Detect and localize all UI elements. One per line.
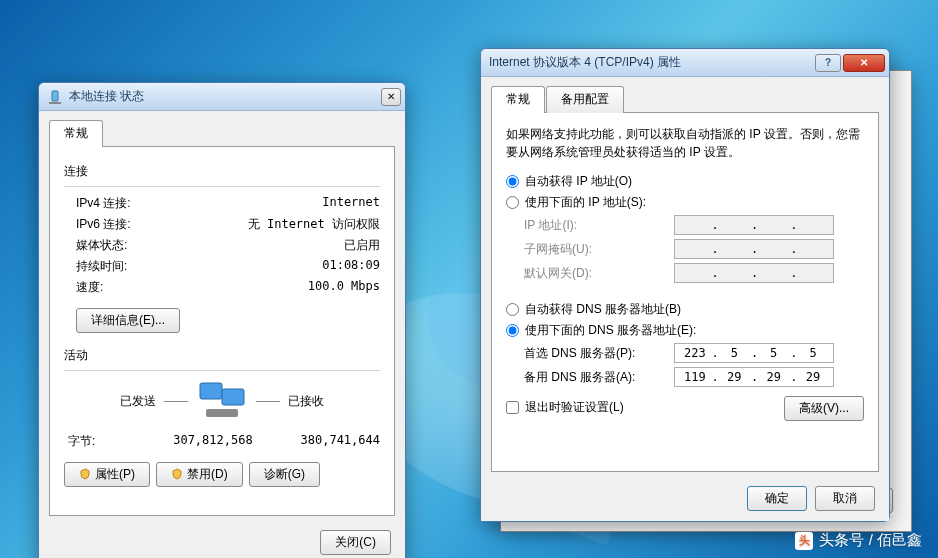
details-button[interactable]: 详细信息(E)...: [76, 308, 180, 333]
validate-on-exit-checkbox[interactable]: [506, 401, 519, 414]
duration-value: 01:08:09: [322, 258, 380, 275]
radio-ip-auto[interactable]: [506, 175, 519, 188]
ipv4-conn-value: Internet: [322, 195, 380, 212]
validate-on-exit-label: 退出时验证设置(L): [525, 399, 624, 416]
section-activity-label: 活动: [64, 347, 380, 364]
network-icon: [47, 89, 63, 105]
cancel-button[interactable]: 取消: [815, 486, 875, 511]
radio-dns-manual[interactable]: [506, 324, 519, 337]
preferred-dns-input[interactable]: 223. 5. 5. 5: [674, 343, 834, 363]
bytes-sent-value: 307,812,568: [173, 433, 252, 450]
help-icon[interactable]: ?: [815, 54, 841, 72]
media-state-label: 媒体状态:: [76, 237, 127, 254]
monitors-icon: [196, 381, 248, 421]
svg-rect-1: [49, 102, 61, 104]
received-label: 已接收: [288, 393, 324, 410]
svg-rect-0: [52, 91, 58, 101]
ipv6-conn-value: 无 Internet 访问权限: [248, 216, 380, 233]
description-text: 如果网络支持此功能，则可以获取自动指派的 IP 设置。否则，您需要从网络系统管理…: [506, 125, 864, 161]
speed-label: 速度:: [76, 279, 103, 296]
radio-dns-manual-label: 使用下面的 DNS 服务器地址(E):: [525, 322, 696, 339]
properties-button[interactable]: 属性(P): [64, 462, 150, 487]
tab-general[interactable]: 常规: [491, 86, 545, 113]
section-connection-label: 连接: [64, 163, 380, 180]
subnet-mask-input: ...: [674, 239, 834, 259]
watermark: 头 头条号 / 佰邑鑫: [795, 531, 922, 550]
radio-ip-auto-label: 自动获得 IP 地址(O): [525, 173, 632, 190]
close-icon[interactable]: ✕: [843, 54, 885, 72]
ip-address-label: IP 地址(I):: [524, 217, 674, 234]
ipv6-conn-label: IPv6 连接:: [76, 216, 131, 233]
gateway-label: 默认网关(D):: [524, 265, 674, 282]
ipv4-properties-window: Internet 协议版本 4 (TCP/IPv4) 属性 ? ✕ 常规 备用配…: [480, 48, 890, 522]
duration-label: 持续时间:: [76, 258, 127, 275]
media-state-value: 已启用: [344, 237, 380, 254]
tab-general[interactable]: 常规: [49, 120, 103, 147]
speed-value: 100.0 Mbps: [308, 279, 380, 296]
radio-ip-manual[interactable]: [506, 196, 519, 209]
diagnose-button[interactable]: 诊断(G): [249, 462, 320, 487]
watermark-logo-icon: 头: [795, 532, 813, 550]
subnet-mask-label: 子网掩码(U):: [524, 241, 674, 258]
tab-alternate-config[interactable]: 备用配置: [546, 86, 624, 113]
ip-address-input: ...: [674, 215, 834, 235]
close-icon[interactable]: ✕: [381, 88, 401, 106]
svg-rect-3: [222, 389, 244, 405]
status-title: 本地连接 状态: [69, 88, 381, 105]
radio-ip-manual-label: 使用下面的 IP 地址(S):: [525, 194, 646, 211]
status-titlebar[interactable]: 本地连接 状态 ✕: [39, 83, 405, 111]
disable-button[interactable]: 禁用(D): [156, 462, 243, 487]
radio-dns-auto-label: 自动获得 DNS 服务器地址(B): [525, 301, 681, 318]
shield-icon: [79, 468, 91, 480]
ipv4-titlebar[interactable]: Internet 协议版本 4 (TCP/IPv4) 属性 ? ✕: [481, 49, 889, 77]
gateway-input: ...: [674, 263, 834, 283]
svg-rect-4: [206, 409, 238, 417]
bytes-label: 字节:: [68, 433, 95, 450]
advanced-button[interactable]: 高级(V)...: [784, 396, 864, 421]
radio-dns-auto[interactable]: [506, 303, 519, 316]
activity-graphic: 已发送 已接收: [64, 381, 380, 421]
ipv4-title: Internet 协议版本 4 (TCP/IPv4) 属性: [489, 54, 815, 71]
svg-rect-2: [200, 383, 222, 399]
ok-button[interactable]: 确定: [747, 486, 807, 511]
shield-icon: [171, 468, 183, 480]
alternate-dns-input[interactable]: 119. 29. 29. 29: [674, 367, 834, 387]
ipv4-conn-label: IPv4 连接:: [76, 195, 131, 212]
alternate-dns-label: 备用 DNS 服务器(A):: [524, 369, 674, 386]
preferred-dns-label: 首选 DNS 服务器(P):: [524, 345, 674, 362]
connection-status-window: 本地连接 状态 ✕ 常规 连接 IPv4 连接:Internet IPv6 连接…: [38, 82, 406, 558]
sent-label: 已发送: [120, 393, 156, 410]
close-button[interactable]: 关闭(C): [320, 530, 391, 555]
bytes-recv-value: 380,741,644: [301, 433, 380, 450]
